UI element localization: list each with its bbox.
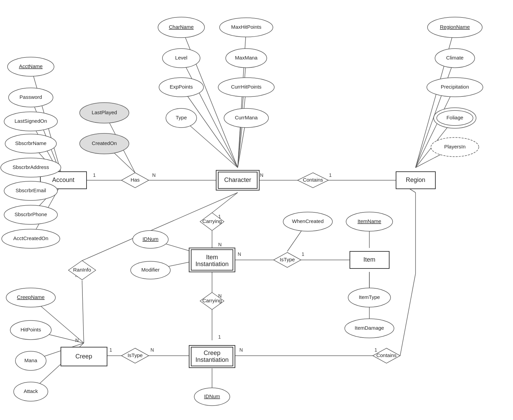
rel-contains-char-label: Contains <box>303 177 323 183</box>
svg-line-16 <box>181 87 238 168</box>
svg-text:1: 1 <box>302 251 304 257</box>
svg-text:1: 1 <box>374 347 377 353</box>
attr-creepname-label: CreepName <box>17 294 45 300</box>
attr-itemdamage-label: ItemDamage <box>355 325 384 331</box>
attr-itemtype-label: ItemType <box>359 294 380 300</box>
rel-carrying-char-label: Carrying <box>202 218 222 224</box>
attr-modifier-label: Modifier <box>141 267 159 273</box>
attr-sbscrbraddress-label: SbscrbrAddress <box>13 164 49 170</box>
svg-line-44 <box>400 274 416 356</box>
attr-whencreated-label: WhenCreated <box>292 218 324 224</box>
attr-itemname-label: ItemName <box>357 218 381 224</box>
svg-text:1: 1 <box>93 172 96 178</box>
svg-line-27 <box>212 193 238 213</box>
svg-text:1: 1 <box>329 172 332 178</box>
entity-item-instantiation-label: Item <box>206 254 218 261</box>
attr-attack-label: Attack <box>24 388 38 394</box>
attr-sbscrbrphone-label: SbscrbrPhone <box>14 211 47 217</box>
attr-createdon-label: CreatedOn <box>92 140 117 146</box>
attr-mana-label: Mana <box>24 357 37 363</box>
svg-text:N: N <box>75 338 79 343</box>
attr-currmana-label: CurrMana <box>235 115 258 120</box>
rel-raninfo-label: RanInfo <box>73 267 91 273</box>
entity-item-instantiation-label2: Instantiation <box>195 261 228 267</box>
attr-currhitpoints-label: CurrHitPoints <box>231 84 261 90</box>
entity-region-label: Region <box>406 176 425 183</box>
attr-type-label: Type <box>176 115 187 120</box>
attr-regionname-label: RegionName <box>440 24 470 30</box>
svg-line-39 <box>82 280 84 343</box>
entity-creep-label: Creep <box>75 353 92 360</box>
svg-text:N: N <box>150 347 154 353</box>
svg-text:N: N <box>152 172 156 178</box>
svg-text:1: 1 <box>109 347 112 353</box>
attr-climate-label: Climate <box>446 55 464 61</box>
attr-idnum-creep-label: IDNum <box>204 393 220 399</box>
svg-text:N: N <box>238 251 241 257</box>
attr-acctname-label: AcctName <box>19 63 42 69</box>
attr-lastsignedon-label: LastSignedOn <box>14 118 47 124</box>
attr-level-label: Level <box>175 55 187 61</box>
attr-maxhitpoints-label: MaxHitPoints <box>231 24 261 30</box>
entity-item-label: Item <box>363 256 375 263</box>
rel-has-label: Has <box>131 177 140 183</box>
entity-creep-instantiation-label: Creep <box>203 350 220 356</box>
svg-text:N: N <box>218 242 222 247</box>
attr-sbscrberemail-label: SbscrbrEmail <box>15 187 46 193</box>
svg-text:N: N <box>260 172 263 178</box>
rel-istype-creep-label: IsType <box>128 352 143 358</box>
attr-playersin-label: PlayersIn <box>444 144 466 149</box>
rel-carrying-creep-label: Carrying <box>202 298 222 303</box>
entity-account-label: Account <box>52 176 74 183</box>
svg-text:N: N <box>239 347 243 353</box>
attr-hitpoints-label: HitPoints <box>21 327 41 332</box>
attr-maxmana-label: MaxMana <box>235 55 258 61</box>
attr-foliage-label: Foliage <box>446 115 463 120</box>
entity-creep-instantiation-label2: Instantiation <box>195 356 228 363</box>
attr-sbscrbrname-label: SbscrbrName <box>15 140 47 146</box>
entity-character-label: Character <box>224 176 251 183</box>
attr-password-label: Password <box>19 94 42 100</box>
rel-istype-item-label: IsType <box>280 257 295 262</box>
attr-exppoints-label: ExpPoints <box>170 84 193 90</box>
attr-precipitation-label: Precipitation <box>441 84 469 90</box>
attr-lastplayed-label: LastPlayed <box>92 109 117 115</box>
attr-charname-label: CharName <box>169 24 194 30</box>
attr-idnum-item-label: IDNum <box>143 236 159 242</box>
rel-contains-creep-label: Contains <box>376 352 396 358</box>
svg-line-14 <box>181 27 238 168</box>
svg-text:1: 1 <box>218 334 221 340</box>
attr-acctcreatedon-label: AcctCreatedOn <box>13 235 49 241</box>
